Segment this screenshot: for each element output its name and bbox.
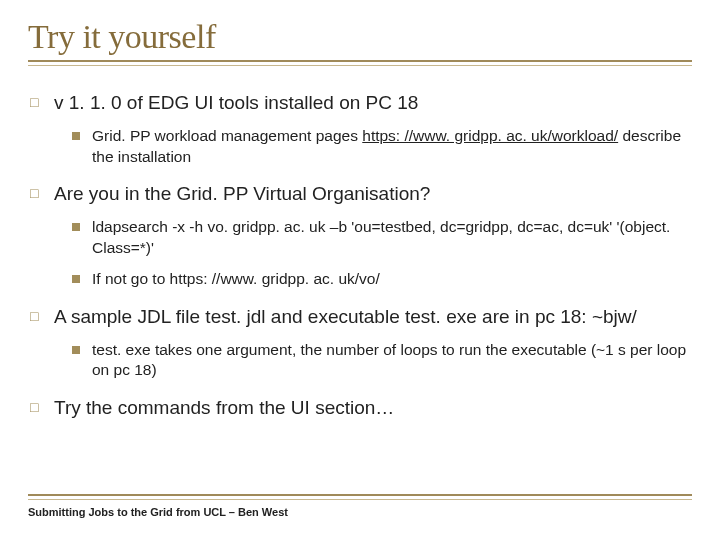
hyperlink[interactable]: https: //www. gridpp. ac. uk/workload/ xyxy=(362,127,618,144)
bullet-text: A sample JDL file test. jdl and executab… xyxy=(54,304,637,330)
bullet-item-lvl1: □Try the commands from the UI section… xyxy=(30,395,692,421)
square-filled-icon xyxy=(72,346,80,354)
bullet-text: test. exe takes one argument, the number… xyxy=(92,340,692,382)
title-divider xyxy=(28,60,692,66)
bullet-text: Try the commands from the UI section… xyxy=(54,395,394,421)
bullet-item-lvl2: ldapsearch -x -h vo. gridpp. ac. uk –b '… xyxy=(72,217,692,259)
square-outline-icon: □ xyxy=(30,308,42,324)
bullet-item-lvl1: □A sample JDL file test. jdl and executa… xyxy=(30,304,692,330)
slide-container: Try it yourself □v 1. 1. 0 of EDG UI too… xyxy=(0,0,720,540)
bullet-text: Grid. PP workload management pages https… xyxy=(92,126,692,168)
slide-content: □v 1. 1. 0 of EDG UI tools installed on … xyxy=(28,76,692,490)
square-outline-icon: □ xyxy=(30,94,42,110)
slide-footer: Submitting Jobs to the Grid from UCL – B… xyxy=(28,506,692,530)
bullet-item-lvl2: Grid. PP workload management pages https… xyxy=(72,126,692,168)
bullet-item-lvl2: test. exe takes one argument, the number… xyxy=(72,340,692,382)
square-outline-icon: □ xyxy=(30,399,42,415)
bullet-text: If not go to https: //www. gridpp. ac. u… xyxy=(92,269,380,290)
bullet-item-lvl1: □Are you in the Grid. PP Virtual Organis… xyxy=(30,181,692,207)
bullet-text: Are you in the Grid. PP Virtual Organisa… xyxy=(54,181,430,207)
bullet-text: ldapsearch -x -h vo. gridpp. ac. uk –b '… xyxy=(92,217,692,259)
square-outline-icon: □ xyxy=(30,185,42,201)
square-filled-icon xyxy=(72,132,80,140)
footer-divider xyxy=(28,494,692,500)
slide-title: Try it yourself xyxy=(28,18,692,56)
square-filled-icon xyxy=(72,275,80,283)
bullet-item-lvl2: If not go to https: //www. gridpp. ac. u… xyxy=(72,269,692,290)
square-filled-icon xyxy=(72,223,80,231)
bullet-item-lvl1: □v 1. 1. 0 of EDG UI tools installed on … xyxy=(30,90,692,116)
bullet-text: v 1. 1. 0 of EDG UI tools installed on P… xyxy=(54,90,418,116)
